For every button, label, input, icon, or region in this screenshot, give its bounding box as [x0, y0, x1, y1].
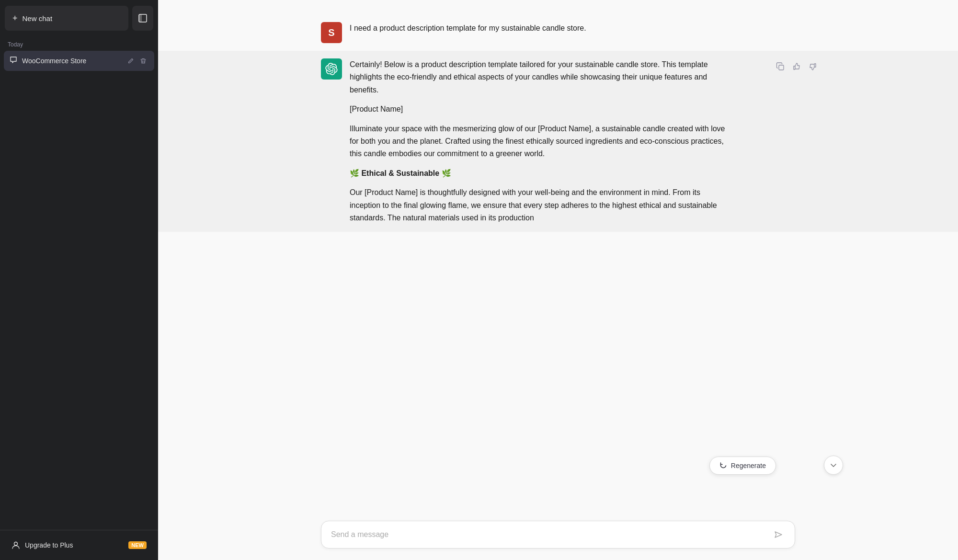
chat-history-item[interactable]: WooCommerce Store [4, 51, 154, 71]
panel-icon [138, 13, 148, 23]
regenerate-label: Regenerate [731, 462, 766, 469]
svg-rect-3 [779, 65, 784, 70]
upgrade-button[interactable]: Upgrade to Plus NEW [6, 536, 152, 554]
chat-input[interactable] [331, 528, 772, 541]
user-icon [11, 541, 20, 549]
scroll-to-bottom-button[interactable] [824, 456, 843, 475]
thumbs-up-button[interactable] [790, 60, 803, 73]
send-icon [774, 530, 783, 539]
sidebar: + New chat Today WooCommerce Store [0, 0, 158, 560]
chat-item-actions [125, 56, 148, 66]
new-chat-label: New chat [23, 14, 53, 23]
chat-bubble-icon [10, 56, 17, 66]
edit-chat-button[interactable] [125, 56, 136, 66]
chat-messages-container: S I need a product description template … [158, 0, 958, 513]
svg-point-2 [14, 542, 18, 546]
plus-icon: + [12, 14, 18, 23]
thumbs-down-icon [809, 62, 817, 71]
thumbs-up-icon [792, 62, 801, 71]
input-area [158, 513, 958, 560]
section-text: Our [Product Name] is thoughtfully desig… [350, 186, 733, 224]
copy-button[interactable] [774, 60, 787, 73]
user-avatar: S [321, 22, 342, 43]
regenerate-button[interactable]: Regenerate [709, 457, 776, 475]
assistant-intro-text: Certainly! Below is a product descriptio… [350, 58, 733, 96]
new-chat-button[interactable]: + New chat [5, 6, 128, 31]
assistant-message-actions [774, 60, 819, 73]
assistant-message-row: Certainly! Below is a product descriptio… [158, 51, 958, 232]
assistant-message-content: Certainly! Below is a product descriptio… [350, 58, 733, 224]
section-header: 🌿 Ethical & Sustainable 🌿 [350, 167, 733, 180]
main-chat-area: S I need a product description template … [158, 0, 958, 560]
user-message-text: I need a product description template fo… [350, 22, 733, 34]
assistant-tagline: Illuminate your space with the mesmerizi… [350, 123, 733, 160]
product-name-placeholder: [Product Name] [350, 103, 733, 115]
sidebar-footer: Upgrade to Plus NEW [0, 530, 158, 560]
scroll-down-icon [830, 461, 837, 469]
delete-chat-button[interactable] [138, 56, 148, 66]
svg-rect-1 [139, 14, 142, 22]
today-label: Today [0, 36, 158, 51]
upgrade-label: Upgrade to Plus [25, 541, 73, 549]
thumbs-down-button[interactable] [807, 60, 819, 73]
regenerate-icon [719, 462, 727, 469]
input-wrapper [321, 521, 795, 549]
user-message-content: I need a product description template fo… [350, 22, 733, 34]
send-button[interactable] [772, 528, 785, 541]
new-badge: NEW [128, 541, 147, 549]
copy-icon [776, 62, 785, 71]
user-message-row: S I need a product description template … [158, 14, 958, 51]
chat-item-label: WooCommerce Store [22, 57, 121, 65]
assistant-avatar [321, 58, 342, 80]
sidebar-header: + New chat [0, 0, 158, 36]
panel-toggle-button[interactable] [132, 6, 153, 31]
